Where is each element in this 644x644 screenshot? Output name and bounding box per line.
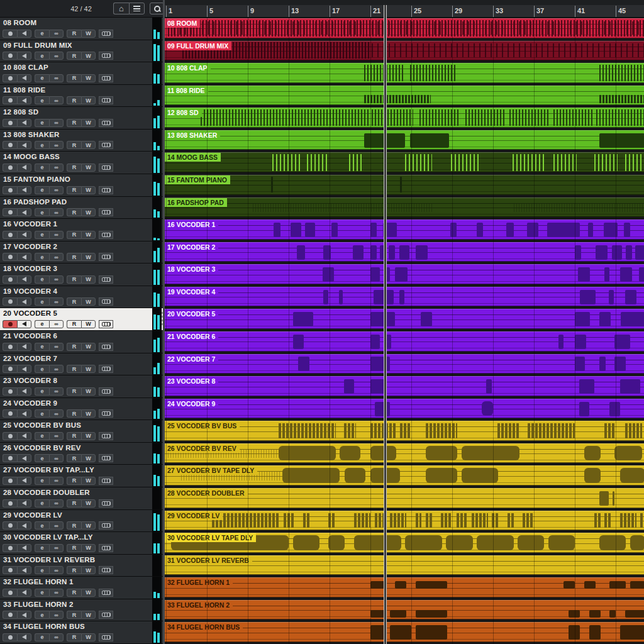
link-button[interactable]: ∞ bbox=[49, 633, 64, 641]
audio-clip[interactable]: 17 VOCODER 2 bbox=[165, 242, 644, 262]
link-button[interactable]: ∞ bbox=[49, 611, 64, 619]
lanes-button[interactable] bbox=[99, 454, 113, 462]
read-automation-button[interactable]: R bbox=[67, 633, 81, 641]
read-automation-button[interactable]: R bbox=[67, 365, 81, 373]
link-button[interactable]: ∞ bbox=[49, 208, 64, 216]
record-button[interactable] bbox=[3, 96, 17, 104]
monitor-button[interactable] bbox=[17, 52, 31, 60]
audio-clip[interactable]: 27 VOCODER BV TAPE DLY bbox=[165, 465, 644, 486]
audio-clip[interactable]: 12 808 SD bbox=[165, 108, 644, 128]
audio-clip[interactable]: 21 VOCODER 6 bbox=[165, 331, 644, 352]
audio-clip[interactable]: 14 MOOG BASS bbox=[165, 152, 644, 172]
edit-channel-button[interactable]: e bbox=[35, 409, 49, 418]
write-automation-button[interactable]: W bbox=[81, 499, 96, 508]
edit-channel-button[interactable]: e bbox=[35, 208, 49, 216]
monitor-button[interactable] bbox=[17, 365, 31, 373]
audio-clip[interactable]: 16 VOCODER 1 bbox=[165, 219, 644, 240]
link-button[interactable]: ∞ bbox=[49, 74, 64, 82]
read-automation-button[interactable]: R bbox=[67, 297, 81, 306]
sidebar-track-row[interactable]: 09 FULL DRUM MIXe∞RW bbox=[0, 40, 163, 63]
audio-clip[interactable]: 33 FLUGEL HORN 2 bbox=[165, 600, 644, 620]
edit-channel-button[interactable]: e bbox=[35, 499, 49, 508]
write-automation-button[interactable]: W bbox=[81, 566, 96, 574]
read-automation-button[interactable]: R bbox=[67, 611, 81, 619]
edit-channel-button[interactable]: e bbox=[35, 96, 49, 104]
lanes-button[interactable] bbox=[99, 320, 113, 328]
audio-clip[interactable]: 15 FANTOM PIANO bbox=[165, 175, 644, 195]
lanes-button[interactable] bbox=[99, 52, 113, 60]
read-automation-button[interactable]: R bbox=[67, 231, 81, 239]
edit-channel-button[interactable]: e bbox=[35, 297, 49, 306]
link-button[interactable]: ∞ bbox=[49, 566, 64, 574]
search-button[interactable] bbox=[150, 3, 164, 14]
read-automation-button[interactable]: R bbox=[67, 499, 81, 508]
monitor-button[interactable] bbox=[17, 633, 31, 641]
link-button[interactable]: ∞ bbox=[49, 409, 64, 418]
audio-clip[interactable]: 11 808 RIDE bbox=[165, 86, 644, 106]
record-button[interactable] bbox=[3, 208, 17, 216]
edit-channel-button[interactable]: e bbox=[35, 343, 49, 351]
record-button[interactable] bbox=[3, 566, 17, 574]
lanes-button[interactable] bbox=[99, 231, 113, 239]
read-automation-button[interactable]: R bbox=[67, 477, 81, 485]
track-list-menu-button[interactable] bbox=[129, 3, 145, 14]
write-automation-button[interactable]: W bbox=[81, 74, 96, 82]
monitor-button[interactable] bbox=[17, 432, 31, 440]
lanes-button[interactable] bbox=[99, 30, 113, 38]
link-button[interactable]: ∞ bbox=[49, 186, 64, 194]
record-button[interactable] bbox=[3, 387, 17, 396]
read-automation-button[interactable]: R bbox=[67, 30, 81, 38]
link-button[interactable]: ∞ bbox=[49, 387, 64, 396]
sidebar-track-row[interactable]: 33 FLUGEL HORN 2e∞RW bbox=[0, 599, 163, 622]
lanes-button[interactable] bbox=[99, 589, 113, 597]
audio-clip[interactable]: 10 808 CLAP bbox=[165, 63, 644, 83]
write-automation-button[interactable]: W bbox=[81, 589, 96, 597]
write-automation-button[interactable]: W bbox=[81, 231, 96, 239]
sidebar-track-row[interactable]: 21 VOCODER 6e∞RW bbox=[0, 331, 163, 353]
edit-channel-button[interactable]: e bbox=[35, 611, 49, 619]
record-button[interactable] bbox=[3, 119, 17, 127]
sidebar-track-row[interactable]: 10 808 CLAPe∞RW bbox=[0, 62, 163, 85]
record-button[interactable] bbox=[3, 432, 17, 440]
edit-channel-button[interactable]: e bbox=[35, 186, 49, 194]
link-button[interactable]: ∞ bbox=[49, 141, 64, 149]
edit-channel-button[interactable]: e bbox=[35, 320, 49, 328]
lanes-button[interactable] bbox=[99, 544, 113, 552]
sidebar-track-row[interactable]: 22 VOCODER 7e∞RW bbox=[0, 353, 163, 376]
timeline-ruler[interactable]: 159131721252933374145 bbox=[165, 0, 644, 18]
write-automation-button[interactable]: W bbox=[81, 96, 96, 104]
record-button[interactable] bbox=[3, 454, 17, 462]
record-button[interactable] bbox=[3, 52, 17, 60]
record-button[interactable] bbox=[3, 521, 17, 530]
link-button[interactable]: ∞ bbox=[49, 297, 64, 306]
write-automation-button[interactable]: W bbox=[81, 52, 96, 60]
write-automation-button[interactable]: W bbox=[81, 275, 96, 284]
audio-clip[interactable]: 26 VOCODER BV REV bbox=[165, 443, 644, 464]
link-button[interactable]: ∞ bbox=[49, 589, 64, 597]
lanes-button[interactable] bbox=[99, 409, 113, 418]
lanes-button[interactable] bbox=[99, 74, 113, 82]
sidebar-track-row[interactable]: 16 VOCODER 1e∞RW bbox=[0, 219, 163, 242]
link-button[interactable]: ∞ bbox=[49, 253, 64, 261]
edit-channel-button[interactable]: e bbox=[35, 432, 49, 440]
lanes-button[interactable] bbox=[99, 611, 113, 619]
lanes-button[interactable] bbox=[99, 343, 113, 351]
record-button[interactable] bbox=[3, 633, 17, 641]
sidebar-track-row[interactable]: 24 VOCODER 9e∞RW bbox=[0, 398, 163, 421]
audio-clip[interactable]: 08 ROOM bbox=[165, 18, 644, 38]
lanes-button[interactable] bbox=[99, 96, 113, 104]
record-button[interactable] bbox=[3, 499, 17, 508]
link-button[interactable]: ∞ bbox=[49, 343, 64, 351]
write-automation-button[interactable]: W bbox=[81, 521, 96, 530]
link-button[interactable]: ∞ bbox=[49, 275, 64, 284]
edit-channel-button[interactable]: e bbox=[35, 275, 49, 284]
write-automation-button[interactable]: W bbox=[81, 365, 96, 373]
read-automation-button[interactable]: R bbox=[67, 343, 81, 351]
link-button[interactable]: ∞ bbox=[49, 477, 64, 485]
monitor-button[interactable] bbox=[17, 186, 31, 194]
read-automation-button[interactable]: R bbox=[67, 119, 81, 127]
lanes-button[interactable] bbox=[99, 164, 113, 172]
edit-channel-button[interactable]: e bbox=[35, 365, 49, 373]
monitor-button[interactable] bbox=[17, 387, 31, 396]
audio-clip[interactable]: 30 VOCODER LV TAPE DLY bbox=[165, 533, 644, 553]
